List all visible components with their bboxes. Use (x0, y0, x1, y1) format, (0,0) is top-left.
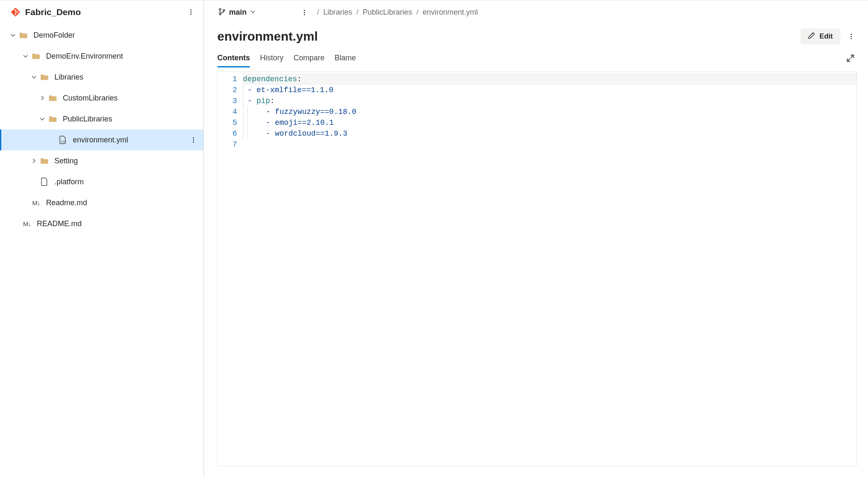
chevron-down-icon (9, 32, 17, 38)
svg-point-6 (193, 142, 194, 143)
tree-folder-customlibraries[interactable]: CustomLibraries (0, 88, 203, 108)
folder-icon (40, 157, 49, 165)
tree-label: CustomLibraries (63, 94, 199, 103)
svg-point-12 (304, 14, 305, 15)
breadcrumb-separator: / (416, 8, 418, 17)
code-content[interactable]: dependencies: - et-xmlfile==1.1.0 - pip:… (241, 72, 857, 466)
tree-folder-demoenv[interactable]: DemoEnv.Environment (0, 46, 203, 67)
more-vertical-icon (301, 9, 308, 16)
file-tree: DemoFolder DemoEnv.Environment Libraries… (0, 22, 203, 234)
chevron-down-icon (250, 9, 256, 16)
svg-point-8 (219, 13, 221, 15)
tree-file-platform[interactable]: .platform (0, 171, 203, 192)
tree-label: Setting (54, 157, 199, 165)
svg-text:YML: YML (61, 140, 67, 143)
line-number: 7 (218, 139, 237, 150)
code-line: - wordcloud==1.9.3 (243, 128, 857, 139)
tree-label: DemoFolder (33, 31, 199, 40)
sidebar-more-button[interactable] (185, 6, 197, 18)
tree-label: Readme.md (46, 199, 199, 207)
file-tree-sidebar: Fabric_Demo DemoFolder DemoEnv.Environme… (0, 0, 204, 477)
chevron-down-icon (22, 53, 29, 59)
tree-label: Libraries (54, 73, 199, 82)
expand-icon (846, 54, 855, 62)
more-vertical-icon (848, 33, 855, 40)
file-title: environment.yml (217, 29, 796, 44)
line-number: 1 (218, 74, 237, 85)
tree-label: README.md (37, 219, 199, 228)
markdown-file-icon: M↓ (23, 220, 31, 227)
svg-point-14 (851, 36, 852, 37)
tree-label: DemoEnv.Environment (46, 52, 199, 61)
svg-point-9 (223, 10, 224, 11)
edit-button[interactable]: Edit (801, 28, 840, 44)
file-more-button[interactable] (845, 31, 857, 42)
breadcrumb-publiclibraries[interactable]: PublicLibraries (363, 8, 412, 17)
tree-file-readme-inner[interactable]: M↓ Readme.md (0, 192, 203, 213)
tab-blame[interactable]: Blame (335, 50, 356, 67)
pencil-icon (808, 32, 815, 41)
svg-point-1 (191, 12, 192, 13)
branch-selector[interactable]: main (216, 6, 258, 18)
line-number-gutter: 1 2 3 4 5 6 7 (218, 72, 241, 466)
svg-point-11 (304, 12, 305, 13)
code-line: dependencies: (243, 74, 857, 85)
tree-folder-libraries[interactable]: Libraries (0, 67, 203, 88)
tree-label: .platform (54, 178, 199, 186)
expand-button[interactable] (844, 52, 857, 65)
breadcrumb-separator: / (317, 8, 319, 17)
yml-file-icon: YML (59, 136, 67, 144)
git-repo-icon (11, 8, 20, 17)
tree-folder-demofolder[interactable]: DemoFolder (0, 25, 203, 46)
code-line: - et-xmlfile==1.1.0 (243, 85, 857, 95)
file-icon (40, 178, 49, 186)
tree-label: PublicLibraries (63, 115, 199, 124)
tree-folder-setting[interactable]: Setting (0, 150, 203, 171)
folder-icon (49, 115, 57, 123)
svg-point-5 (193, 139, 194, 141)
svg-point-0 (191, 10, 192, 11)
tree-folder-publiclibraries[interactable]: PublicLibraries (0, 108, 203, 129)
svg-point-4 (193, 137, 194, 139)
chevron-down-icon (30, 74, 38, 80)
breadcrumb: / Libraries / PublicLibraries / environm… (317, 8, 478, 17)
tree-label: environment.yml (73, 136, 188, 144)
more-vertical-icon (188, 9, 194, 15)
branch-icon (218, 8, 226, 17)
title-row: environment.yml Edit (204, 21, 868, 44)
tab-history[interactable]: History (260, 50, 283, 67)
breadcrumb-libraries[interactable]: Libraries (323, 8, 352, 17)
markdown-file-icon: M↓ (32, 199, 40, 206)
line-number: 5 (218, 117, 237, 128)
code-line: - emoji==2.10.1 (243, 117, 857, 128)
folder-icon (19, 31, 28, 39)
folder-icon (49, 94, 57, 102)
tree-file-readme-root[interactable]: M↓ README.md (0, 213, 203, 234)
chevron-right-icon (39, 95, 46, 101)
chevron-down-icon (39, 116, 46, 122)
tab-contents[interactable]: Contents (217, 50, 250, 67)
path-more-button[interactable] (299, 7, 310, 18)
more-vertical-icon (190, 137, 197, 143)
tab-compare[interactable]: Compare (294, 50, 325, 67)
svg-point-15 (851, 38, 852, 39)
svg-point-10 (304, 10, 305, 11)
breadcrumb-current: environment.yml (422, 8, 478, 17)
top-bar: main / Libraries / PublicLibraries / env… (204, 0, 868, 21)
code-line: - pip: (243, 95, 857, 106)
breadcrumb-separator: / (356, 8, 358, 17)
tree-row-more-button[interactable] (188, 134, 199, 146)
branch-label: main (229, 8, 247, 17)
chevron-right-icon (30, 158, 38, 164)
tabs: Contents History Compare Blame (204, 44, 868, 67)
tree-file-environment-yml[interactable]: YML environment.yml (0, 129, 203, 150)
svg-point-13 (851, 34, 852, 35)
folder-icon (32, 52, 40, 60)
sidebar-header: Fabric_Demo (0, 3, 203, 22)
code-viewer: 1 2 3 4 5 6 7 dependencies: - et-xmlfile… (217, 72, 857, 466)
code-line (243, 139, 857, 150)
folder-icon (40, 73, 49, 81)
code-line: - fuzzywuzzy==0.18.0 (243, 106, 857, 117)
line-number: 6 (218, 128, 237, 139)
line-number: 4 (218, 106, 237, 117)
